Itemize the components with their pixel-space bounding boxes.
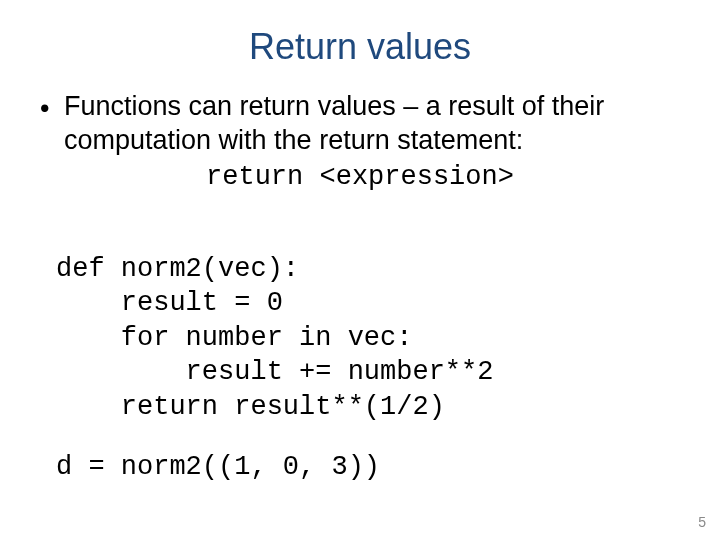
- bullet-dot-icon: •: [40, 90, 64, 126]
- bullet-item: • Functions can return values – a result…: [40, 90, 680, 158]
- return-syntax: return <expression>: [40, 162, 680, 192]
- page-number: 5: [698, 514, 706, 530]
- slide: Return values • Functions can return val…: [0, 0, 720, 540]
- bullet-text: Functions can return values – a result o…: [64, 90, 680, 158]
- code-block: def norm2(vec): result = 0 for number in…: [56, 252, 680, 425]
- call-line: d = norm2((1, 0, 3)): [56, 452, 680, 482]
- slide-title: Return values: [40, 26, 680, 68]
